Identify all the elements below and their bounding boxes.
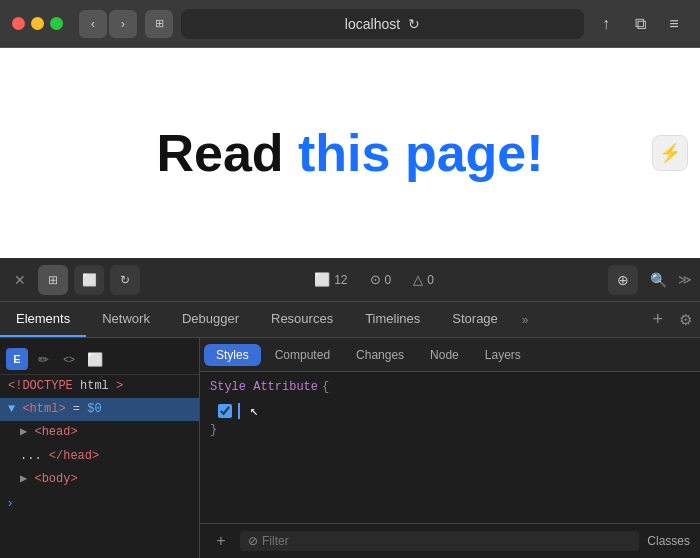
warning-icon: △	[413, 272, 423, 287]
sidebar-toggle-button[interactable]: ⊞	[145, 10, 173, 38]
subtab-styles[interactable]: Styles	[204, 344, 261, 366]
warning-count: 0	[427, 273, 434, 287]
tab-network[interactable]: Network	[86, 302, 166, 337]
browser-chrome: ‹ › ⊞ localhost ↻ ↑ ⧉ ≡	[0, 0, 700, 48]
devtools-close-button[interactable]: ✕	[8, 268, 32, 292]
styles-content: Style Attribute { ↖ }	[200, 372, 700, 523]
subtab-computed[interactable]: Computed	[263, 344, 342, 366]
back-button[interactable]: ‹	[79, 10, 107, 38]
tabs-button[interactable]: ⧉	[626, 10, 654, 38]
devtools-toolbar: ✕ ⊞ ⬜ ↻ ⬜ 12 ⊙ 0 △ 0 ⊕ 🔍 ≫	[0, 258, 700, 302]
style-property-checkbox[interactable]	[218, 404, 232, 418]
dom-prompt[interactable]: ›	[0, 491, 199, 514]
forward-button[interactable]: ›	[109, 10, 137, 38]
dom-doctype: <!DOCTYPE html >	[0, 375, 199, 398]
styles-panel: Styles Computed Changes Node Layers Styl…	[200, 338, 700, 558]
page-heading: Read this page!	[156, 123, 543, 183]
edit-html-button[interactable]: ✏	[32, 348, 54, 370]
layout-panel-button[interactable]: ⬜	[84, 348, 106, 370]
heading-blue: this page!	[298, 124, 544, 182]
add-icon: +	[216, 532, 225, 550]
tabs-overflow-button[interactable]: »	[514, 302, 537, 337]
traffic-light-green[interactable]	[50, 17, 63, 30]
page-content: Read this page! ⚡	[0, 48, 700, 258]
devtools-body: E ✏ <> ⬜ <!DOCTYPE html > ▼ <html> = $0 …	[0, 338, 700, 558]
filter-icon: ⊘	[248, 534, 258, 548]
browser-actions: ↑ ⧉ ≡	[592, 10, 688, 38]
reader-icon: ⚡	[659, 142, 681, 164]
console-badge: ⬜ 12	[306, 272, 355, 287]
address-text: localhost	[345, 16, 400, 32]
styles-filter-bar: ⊘	[240, 531, 639, 551]
reload-button[interactable]: ↻	[408, 16, 420, 32]
devtools-panel: ✕ ⊞ ⬜ ↻ ⬜ 12 ⊙ 0 △ 0 ⊕ 🔍 ≫ Elements Netw…	[0, 258, 700, 558]
style-open-brace: {	[322, 380, 329, 394]
prompt-arrow: ›	[8, 495, 12, 510]
dom-head-node[interactable]: ▶ <head>	[0, 421, 199, 444]
dom-body-node[interactable]: ▶ <body>	[0, 468, 199, 491]
error-badge: ⊙ 0	[362, 272, 400, 287]
tab-add-button[interactable]: +	[644, 302, 671, 337]
style-rule-close: }	[210, 423, 690, 441]
tab-elements[interactable]: Elements	[0, 302, 86, 337]
subtab-node[interactable]: Node	[418, 344, 471, 366]
subtab-changes[interactable]: Changes	[344, 344, 416, 366]
devtools-reload-button[interactable]: ↻	[110, 265, 140, 295]
traffic-light-yellow[interactable]	[31, 17, 44, 30]
style-selector: Style Attribute	[210, 380, 318, 394]
styles-subtabs: Styles Computed Changes Node Layers	[200, 338, 700, 372]
tab-debugger[interactable]: Debugger	[166, 302, 255, 337]
extensions-button[interactable]: ≡	[660, 10, 688, 38]
tab-timelines[interactable]: Timelines	[349, 302, 436, 337]
devtools-sidepanel-button[interactable]: ⬜	[74, 265, 104, 295]
dom-panel: E ✏ <> ⬜ <!DOCTYPE html > ▼ <html> = $0 …	[0, 338, 200, 558]
classes-label: Classes	[647, 534, 690, 548]
classes-button[interactable]: Classes	[647, 534, 690, 548]
nav-arrows: ‹ ›	[79, 10, 137, 38]
tab-resources[interactable]: Resources	[255, 302, 349, 337]
devtools-tabs: Elements Network Debugger Resources Time…	[0, 302, 700, 338]
add-style-rule-button[interactable]: +	[210, 530, 232, 552]
html-source-button[interactable]: <>	[58, 348, 80, 370]
error-icon: ⊙	[370, 272, 381, 287]
warning-badge: △ 0	[405, 272, 442, 287]
address-bar[interactable]: localhost ↻	[181, 9, 584, 39]
style-cursor	[238, 403, 240, 419]
devtools-layout-button[interactable]: ⊞	[38, 265, 68, 295]
console-count: 12	[334, 273, 347, 287]
element-picker-button[interactable]: ⊕	[608, 265, 638, 295]
traffic-lights	[12, 17, 63, 30]
devtools-more[interactable]: ≫	[678, 272, 692, 287]
styles-footer: + ⊘ Classes	[200, 523, 700, 558]
dom-toolbar: E ✏ <> ⬜	[0, 344, 199, 375]
subtab-layers[interactable]: Layers	[473, 344, 533, 366]
devtools-search-button[interactable]: 🔍	[644, 266, 672, 294]
styles-filter-input[interactable]	[262, 534, 631, 548]
style-rule-body: ↖	[210, 398, 690, 423]
error-count: 0	[385, 273, 392, 287]
style-close-brace: }	[210, 423, 217, 437]
devtools-settings-button[interactable]: ⚙	[671, 302, 700, 337]
dom-html-node[interactable]: ▼ <html> = $0	[0, 398, 199, 421]
reader-mode-button[interactable]: ⚡	[652, 135, 688, 171]
style-rule-header: Style Attribute {	[210, 380, 690, 394]
share-button[interactable]: ↑	[592, 10, 620, 38]
console-icon: ⬜	[314, 272, 330, 287]
cursor-arrow-icon: ↖	[250, 402, 258, 419]
traffic-light-red[interactable]	[12, 17, 25, 30]
heading-black: Read	[156, 124, 298, 182]
dom-head-close-node: ... </head>	[0, 445, 199, 468]
tab-storage[interactable]: Storage	[436, 302, 514, 337]
element-badge[interactable]: E	[6, 348, 28, 370]
